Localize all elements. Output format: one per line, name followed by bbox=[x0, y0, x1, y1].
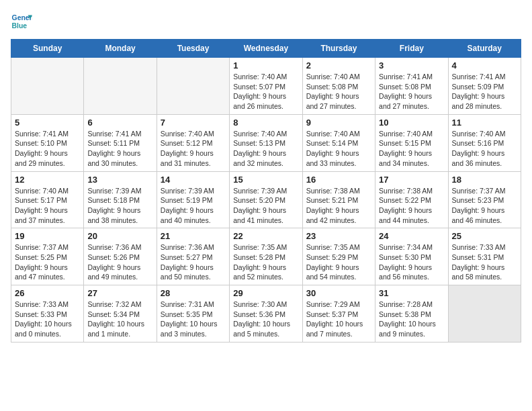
day-number: 23 bbox=[306, 231, 371, 241]
day-number: 11 bbox=[452, 118, 517, 128]
logo-icon: General Blue bbox=[11, 11, 32, 32]
day-info: Sunrise: 7:41 AM Sunset: 5:10 PM Dayligh… bbox=[15, 129, 80, 169]
day-number: 21 bbox=[161, 231, 226, 241]
weekday-header-wednesday: Wednesday bbox=[230, 40, 302, 58]
calendar-cell: 2Sunrise: 7:40 AM Sunset: 5:08 PM Daylig… bbox=[302, 58, 375, 115]
day-info: Sunrise: 7:38 AM Sunset: 5:21 PM Dayligh… bbox=[306, 186, 371, 226]
weekday-header-tuesday: Tuesday bbox=[157, 40, 229, 58]
day-number: 5 bbox=[15, 118, 80, 128]
calendar-cell: 15Sunrise: 7:39 AM Sunset: 5:20 PM Dayli… bbox=[230, 171, 302, 228]
day-number: 16 bbox=[306, 175, 371, 185]
day-number: 3 bbox=[379, 60, 444, 71]
day-number: 17 bbox=[379, 175, 444, 185]
day-info: Sunrise: 7:40 AM Sunset: 5:12 PM Dayligh… bbox=[161, 129, 226, 169]
calendar-cell: 12Sunrise: 7:40 AM Sunset: 5:17 PM Dayli… bbox=[11, 171, 84, 228]
day-info: Sunrise: 7:35 AM Sunset: 5:29 PM Dayligh… bbox=[306, 242, 371, 282]
day-number: 7 bbox=[161, 118, 226, 128]
calendar-cell: 11Sunrise: 7:40 AM Sunset: 5:16 PM Dayli… bbox=[448, 114, 521, 171]
calendar-cell: 18Sunrise: 7:37 AM Sunset: 5:23 PM Dayli… bbox=[448, 171, 521, 228]
calendar-cell: 4Sunrise: 7:41 AM Sunset: 5:09 PM Daylig… bbox=[448, 58, 521, 115]
day-number: 19 bbox=[15, 231, 80, 241]
calendar-cell: 23Sunrise: 7:35 AM Sunset: 5:29 PM Dayli… bbox=[302, 228, 375, 285]
day-info: Sunrise: 7:37 AM Sunset: 5:23 PM Dayligh… bbox=[452, 186, 517, 226]
weekday-header-saturday: Saturday bbox=[448, 40, 521, 58]
calendar-cell: 21Sunrise: 7:36 AM Sunset: 5:27 PM Dayli… bbox=[157, 228, 229, 285]
day-info: Sunrise: 7:31 AM Sunset: 5:35 PM Dayligh… bbox=[161, 300, 226, 339]
day-info: Sunrise: 7:40 AM Sunset: 5:13 PM Dayligh… bbox=[233, 129, 298, 169]
calendar-cell bbox=[84, 58, 157, 115]
day-number: 22 bbox=[233, 231, 298, 241]
day-number: 12 bbox=[15, 175, 80, 185]
calendar-cell: 27Sunrise: 7:32 AM Sunset: 5:34 PM Dayli… bbox=[84, 285, 157, 342]
day-info: Sunrise: 7:30 AM Sunset: 5:36 PM Dayligh… bbox=[233, 300, 298, 339]
day-info: Sunrise: 7:40 AM Sunset: 5:07 PM Dayligh… bbox=[233, 72, 298, 111]
day-number: 2 bbox=[306, 60, 371, 71]
calendar-cell: 1Sunrise: 7:40 AM Sunset: 5:07 PM Daylig… bbox=[230, 58, 302, 115]
calendar-cell: 30Sunrise: 7:29 AM Sunset: 5:37 PM Dayli… bbox=[302, 285, 375, 342]
day-number: 20 bbox=[87, 231, 152, 241]
day-number: 4 bbox=[452, 60, 517, 71]
calendar-cell: 8Sunrise: 7:40 AM Sunset: 5:13 PM Daylig… bbox=[230, 114, 302, 171]
calendar-cell bbox=[157, 58, 229, 115]
logo: General Blue bbox=[11, 11, 32, 32]
day-info: Sunrise: 7:40 AM Sunset: 5:14 PM Dayligh… bbox=[306, 129, 371, 169]
day-number: 31 bbox=[379, 288, 444, 298]
day-info: Sunrise: 7:36 AM Sunset: 5:27 PM Dayligh… bbox=[161, 242, 226, 282]
calendar-cell: 7Sunrise: 7:40 AM Sunset: 5:12 PM Daylig… bbox=[157, 114, 229, 171]
calendar-cell: 31Sunrise: 7:28 AM Sunset: 5:38 PM Dayli… bbox=[375, 285, 448, 342]
calendar-cell: 10Sunrise: 7:40 AM Sunset: 5:15 PM Dayli… bbox=[375, 114, 448, 171]
day-info: Sunrise: 7:35 AM Sunset: 5:28 PM Dayligh… bbox=[233, 242, 298, 282]
calendar-cell: 9Sunrise: 7:40 AM Sunset: 5:14 PM Daylig… bbox=[302, 114, 375, 171]
calendar-cell: 3Sunrise: 7:41 AM Sunset: 5:08 PM Daylig… bbox=[375, 58, 448, 115]
day-number: 18 bbox=[452, 175, 517, 185]
weekday-header-monday: Monday bbox=[84, 40, 157, 58]
day-number: 1 bbox=[233, 60, 298, 71]
day-info: Sunrise: 7:37 AM Sunset: 5:25 PM Dayligh… bbox=[15, 242, 80, 282]
day-number: 30 bbox=[306, 288, 371, 298]
day-info: Sunrise: 7:29 AM Sunset: 5:37 PM Dayligh… bbox=[306, 300, 371, 339]
calendar-cell bbox=[11, 58, 84, 115]
day-info: Sunrise: 7:40 AM Sunset: 5:15 PM Dayligh… bbox=[379, 129, 444, 169]
day-info: Sunrise: 7:41 AM Sunset: 5:08 PM Dayligh… bbox=[379, 72, 444, 111]
calendar-table: SundayMondayTuesdayWednesdayThursdayFrid… bbox=[11, 39, 521, 342]
day-info: Sunrise: 7:40 AM Sunset: 5:16 PM Dayligh… bbox=[452, 129, 517, 169]
weekday-header-sunday: Sunday bbox=[11, 40, 84, 58]
day-info: Sunrise: 7:36 AM Sunset: 5:26 PM Dayligh… bbox=[87, 242, 152, 282]
calendar-cell: 6Sunrise: 7:41 AM Sunset: 5:11 PM Daylig… bbox=[84, 114, 157, 171]
svg-text:Blue: Blue bbox=[12, 22, 28, 30]
calendar-cell: 5Sunrise: 7:41 AM Sunset: 5:10 PM Daylig… bbox=[11, 114, 84, 171]
calendar-cell: 20Sunrise: 7:36 AM Sunset: 5:26 PM Dayli… bbox=[84, 228, 157, 285]
day-number: 8 bbox=[233, 118, 298, 128]
calendar-cell bbox=[448, 285, 521, 342]
day-info: Sunrise: 7:41 AM Sunset: 5:09 PM Dayligh… bbox=[452, 72, 517, 111]
calendar-cell: 24Sunrise: 7:34 AM Sunset: 5:30 PM Dayli… bbox=[375, 228, 448, 285]
day-info: Sunrise: 7:39 AM Sunset: 5:18 PM Dayligh… bbox=[87, 186, 152, 226]
weekday-header-thursday: Thursday bbox=[302, 40, 375, 58]
day-number: 28 bbox=[161, 288, 226, 298]
calendar-cell: 17Sunrise: 7:38 AM Sunset: 5:22 PM Dayli… bbox=[375, 171, 448, 228]
day-info: Sunrise: 7:41 AM Sunset: 5:11 PM Dayligh… bbox=[87, 129, 152, 169]
day-number: 25 bbox=[452, 231, 517, 241]
day-info: Sunrise: 7:39 AM Sunset: 5:20 PM Dayligh… bbox=[233, 186, 298, 226]
day-info: Sunrise: 7:40 AM Sunset: 5:17 PM Dayligh… bbox=[15, 186, 80, 226]
day-number: 6 bbox=[87, 118, 152, 128]
calendar-cell: 19Sunrise: 7:37 AM Sunset: 5:25 PM Dayli… bbox=[11, 228, 84, 285]
calendar-cell: 28Sunrise: 7:31 AM Sunset: 5:35 PM Dayli… bbox=[157, 285, 229, 342]
day-info: Sunrise: 7:34 AM Sunset: 5:30 PM Dayligh… bbox=[379, 242, 444, 282]
calendar-cell: 26Sunrise: 7:33 AM Sunset: 5:33 PM Dayli… bbox=[11, 285, 84, 342]
day-info: Sunrise: 7:33 AM Sunset: 5:33 PM Dayligh… bbox=[15, 300, 80, 339]
day-info: Sunrise: 7:28 AM Sunset: 5:38 PM Dayligh… bbox=[379, 300, 444, 339]
day-number: 15 bbox=[233, 175, 298, 185]
day-number: 24 bbox=[379, 231, 444, 241]
day-number: 29 bbox=[233, 288, 298, 298]
calendar-cell: 22Sunrise: 7:35 AM Sunset: 5:28 PM Dayli… bbox=[230, 228, 302, 285]
weekday-header-friday: Friday bbox=[375, 40, 448, 58]
calendar-cell: 13Sunrise: 7:39 AM Sunset: 5:18 PM Dayli… bbox=[84, 171, 157, 228]
day-info: Sunrise: 7:39 AM Sunset: 5:19 PM Dayligh… bbox=[161, 186, 226, 226]
calendar-cell: 16Sunrise: 7:38 AM Sunset: 5:21 PM Dayli… bbox=[302, 171, 375, 228]
calendar-cell: 14Sunrise: 7:39 AM Sunset: 5:19 PM Dayli… bbox=[157, 171, 229, 228]
day-info: Sunrise: 7:38 AM Sunset: 5:22 PM Dayligh… bbox=[379, 186, 444, 226]
header: General Blue bbox=[11, 11, 521, 32]
day-number: 26 bbox=[15, 288, 80, 298]
day-info: Sunrise: 7:40 AM Sunset: 5:08 PM Dayligh… bbox=[306, 72, 371, 111]
